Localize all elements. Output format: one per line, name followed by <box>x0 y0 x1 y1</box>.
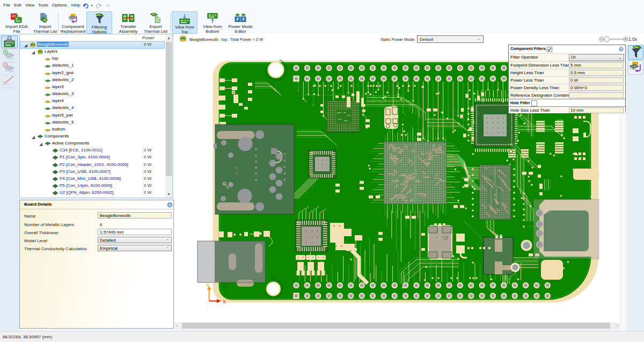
svg-text:1.0x: 1.0x <box>628 37 638 42</box>
svg-text:?: ? <box>169 203 171 208</box>
svg-text:?: ? <box>620 47 623 51</box>
svg-text:X: X <box>223 299 226 304</box>
svg-text:Y: Y <box>206 282 209 288</box>
